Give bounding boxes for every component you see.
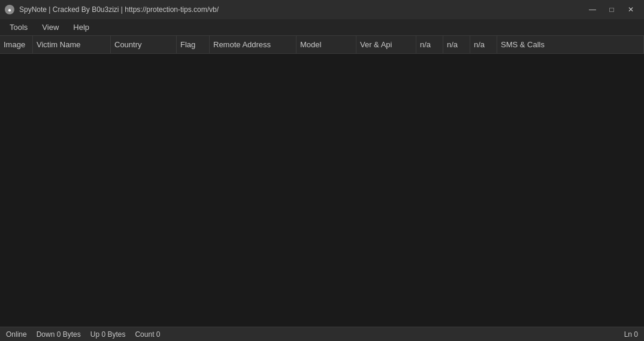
minimize-button[interactable]: — xyxy=(584,4,601,16)
title-bar-controls: — □ ✕ xyxy=(584,4,639,16)
menu-tools[interactable]: Tools xyxy=(2,20,35,34)
status-up: Up 0 Bytes xyxy=(90,330,135,339)
status-ln: Ln 0 xyxy=(624,330,638,339)
col-header-model: Model xyxy=(297,36,356,53)
col-header-na3: n/a xyxy=(470,36,497,53)
title-bar-left: ● SpyNote | Cracked By B0u3zizi | https:… xyxy=(5,5,219,14)
status-down: Down 0 Bytes xyxy=(37,330,90,339)
menu-view[interactable]: View xyxy=(35,20,66,34)
col-header-na2: n/a xyxy=(443,36,470,53)
content-area xyxy=(0,54,644,327)
status-online: Online xyxy=(6,330,37,339)
status-count: Count 0 xyxy=(135,330,170,339)
app-icon: ● xyxy=(5,5,14,14)
col-header-country: Country xyxy=(111,36,177,53)
col-header-image: Image xyxy=(0,36,33,53)
title-bar-text: SpyNote | Cracked By B0u3zizi | https://… xyxy=(19,5,219,14)
status-bar: Online Down 0 Bytes Up 0 Bytes Count 0 L… xyxy=(0,327,644,341)
maximize-button[interactable]: □ xyxy=(603,4,620,16)
col-header-na1: n/a xyxy=(416,36,443,53)
table-header: Image Victim Name Country Flag Remote Ad… xyxy=(0,36,644,54)
menu-help[interactable]: Help xyxy=(66,20,96,34)
col-header-victim-name: Victim Name xyxy=(33,36,111,53)
col-header-sms-calls: SMS & Calls xyxy=(497,36,644,53)
col-header-flag: Flag xyxy=(177,36,210,53)
close-button[interactable]: ✕ xyxy=(622,4,639,16)
col-header-remote-address: Remote Address xyxy=(210,36,297,53)
menu-bar: Tools View Help xyxy=(0,19,644,36)
col-header-ver-api: Ver & Api xyxy=(356,36,416,53)
title-bar: ● SpyNote | Cracked By B0u3zizi | https:… xyxy=(0,0,644,19)
